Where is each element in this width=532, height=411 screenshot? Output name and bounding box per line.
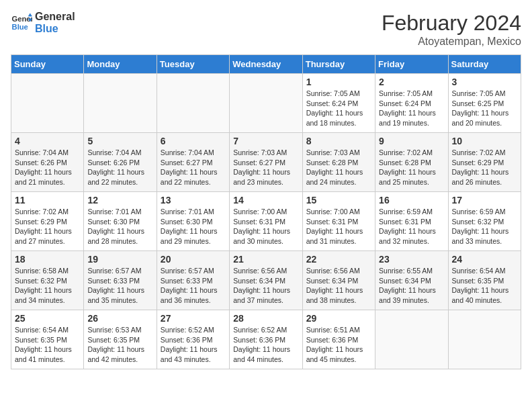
day-cell: 12Sunrise: 7:01 AMSunset: 6:30 PMDayligh… bbox=[84, 192, 157, 251]
day-info: Sunrise: 6:57 AMSunset: 6:33 PMDaylight:… bbox=[87, 266, 152, 306]
day-number: 7 bbox=[233, 136, 298, 146]
header-wednesday: Wednesday bbox=[230, 55, 302, 74]
day-number: 14 bbox=[233, 195, 298, 205]
day-cell: 17Sunrise: 6:59 AMSunset: 6:32 PMDayligh… bbox=[448, 192, 521, 251]
day-number: 13 bbox=[161, 195, 226, 205]
header-thursday: Thursday bbox=[302, 55, 375, 74]
day-cell: 8Sunrise: 7:03 AMSunset: 6:28 PMDaylight… bbox=[302, 133, 375, 192]
calendar-subtitle: Atoyatempan, Mexico bbox=[382, 36, 521, 48]
day-cell: 10Sunrise: 7:02 AMSunset: 6:29 PMDayligh… bbox=[448, 133, 521, 192]
day-info: Sunrise: 6:55 AMSunset: 6:34 PMDaylight:… bbox=[379, 266, 444, 306]
day-cell: 20Sunrise: 6:57 AMSunset: 6:33 PMDayligh… bbox=[157, 251, 229, 310]
day-cell: 26Sunrise: 6:53 AMSunset: 6:35 PMDayligh… bbox=[84, 310, 157, 369]
header-friday: Friday bbox=[375, 55, 448, 74]
day-number: 9 bbox=[379, 136, 444, 146]
day-info: Sunrise: 6:56 AMSunset: 6:34 PMDaylight:… bbox=[306, 266, 371, 306]
week-row-1: 1Sunrise: 7:05 AMSunset: 6:24 PMDaylight… bbox=[11, 74, 521, 133]
day-cell bbox=[230, 74, 302, 133]
day-info: Sunrise: 7:03 AMSunset: 6:27 PMDaylight:… bbox=[233, 148, 298, 187]
day-info: Sunrise: 6:57 AMSunset: 6:33 PMDaylight:… bbox=[161, 266, 226, 306]
logo-line2: Blue bbox=[35, 23, 75, 35]
day-number: 26 bbox=[87, 313, 152, 324]
day-cell: 24Sunrise: 6:54 AMSunset: 6:35 PMDayligh… bbox=[448, 251, 521, 310]
day-cell bbox=[375, 310, 448, 369]
day-cell: 14Sunrise: 7:00 AMSunset: 6:31 PMDayligh… bbox=[230, 192, 302, 251]
day-info: Sunrise: 6:58 AMSunset: 6:32 PMDaylight:… bbox=[15, 266, 80, 306]
day-info: Sunrise: 7:01 AMSunset: 6:30 PMDaylight:… bbox=[87, 207, 152, 246]
day-cell: 21Sunrise: 6:56 AMSunset: 6:34 PMDayligh… bbox=[230, 251, 302, 310]
day-cell: 11Sunrise: 7:02 AMSunset: 6:29 PMDayligh… bbox=[11, 192, 84, 251]
day-number: 12 bbox=[87, 195, 152, 205]
day-info: Sunrise: 6:54 AMSunset: 6:35 PMDaylight:… bbox=[15, 325, 80, 365]
day-cell bbox=[11, 74, 84, 133]
day-cell: 19Sunrise: 6:57 AMSunset: 6:33 PMDayligh… bbox=[84, 251, 157, 310]
day-number: 23 bbox=[379, 254, 444, 265]
day-cell: 23Sunrise: 6:55 AMSunset: 6:34 PMDayligh… bbox=[375, 251, 448, 310]
day-number: 8 bbox=[306, 136, 371, 146]
day-info: Sunrise: 6:53 AMSunset: 6:35 PMDaylight:… bbox=[87, 325, 152, 365]
day-number: 17 bbox=[452, 195, 517, 205]
day-info: Sunrise: 6:59 AMSunset: 6:32 PMDaylight:… bbox=[452, 207, 517, 246]
day-number: 10 bbox=[452, 136, 517, 146]
header-tuesday: Tuesday bbox=[157, 55, 229, 74]
day-info: Sunrise: 7:05 AMSunset: 6:25 PMDaylight:… bbox=[452, 89, 517, 128]
day-info: Sunrise: 7:04 AMSunset: 6:26 PMDaylight:… bbox=[87, 148, 152, 187]
svg-text:Blue: Blue bbox=[12, 23, 28, 31]
day-cell bbox=[157, 74, 229, 133]
day-cell: 3Sunrise: 7:05 AMSunset: 6:25 PMDaylight… bbox=[448, 74, 521, 133]
day-number: 16 bbox=[379, 195, 444, 205]
day-info: Sunrise: 7:02 AMSunset: 6:29 PMDaylight:… bbox=[15, 207, 80, 246]
day-cell: 25Sunrise: 6:54 AMSunset: 6:35 PMDayligh… bbox=[11, 310, 84, 369]
day-number: 19 bbox=[87, 254, 152, 265]
day-info: Sunrise: 7:04 AMSunset: 6:27 PMDaylight:… bbox=[161, 148, 226, 187]
header-row: SundayMondayTuesdayWednesdayThursdayFrid… bbox=[11, 55, 521, 74]
day-cell: 13Sunrise: 7:01 AMSunset: 6:30 PMDayligh… bbox=[157, 192, 229, 251]
calendar-title: February 2024 bbox=[382, 11, 521, 36]
day-cell: 2Sunrise: 7:05 AMSunset: 6:24 PMDaylight… bbox=[375, 74, 448, 133]
day-info: Sunrise: 6:56 AMSunset: 6:34 PMDaylight:… bbox=[233, 266, 298, 306]
day-number: 22 bbox=[306, 254, 371, 265]
calendar-table: SundayMondayTuesdayWednesdayThursdayFrid… bbox=[11, 54, 521, 369]
day-info: Sunrise: 7:00 AMSunset: 6:31 PMDaylight:… bbox=[233, 207, 298, 246]
day-info: Sunrise: 6:52 AMSunset: 6:36 PMDaylight:… bbox=[161, 325, 226, 365]
day-info: Sunrise: 7:00 AMSunset: 6:31 PMDaylight:… bbox=[306, 207, 371, 246]
day-number: 29 bbox=[306, 313, 371, 324]
day-info: Sunrise: 7:02 AMSunset: 6:29 PMDaylight:… bbox=[452, 148, 517, 187]
day-number: 24 bbox=[452, 254, 517, 265]
header-saturday: Saturday bbox=[448, 55, 521, 74]
day-info: Sunrise: 7:04 AMSunset: 6:26 PMDaylight:… bbox=[15, 148, 80, 187]
day-number: 15 bbox=[306, 195, 371, 205]
day-info: Sunrise: 7:05 AMSunset: 6:24 PMDaylight:… bbox=[306, 89, 371, 128]
day-cell: 1Sunrise: 7:05 AMSunset: 6:24 PMDaylight… bbox=[302, 74, 375, 133]
header-sunday: Sunday bbox=[11, 55, 84, 74]
day-cell bbox=[84, 74, 157, 133]
day-number: 1 bbox=[306, 77, 371, 87]
day-number: 21 bbox=[233, 254, 298, 265]
day-cell: 27Sunrise: 6:52 AMSunset: 6:36 PMDayligh… bbox=[157, 310, 229, 369]
title-block: February 2024 Atoyatempan, Mexico bbox=[382, 11, 521, 48]
day-info: Sunrise: 7:01 AMSunset: 6:30 PMDaylight:… bbox=[161, 207, 226, 246]
day-cell: 9Sunrise: 7:02 AMSunset: 6:28 PMDaylight… bbox=[375, 133, 448, 192]
day-cell bbox=[448, 310, 521, 369]
day-number: 27 bbox=[161, 313, 226, 324]
day-number: 2 bbox=[379, 77, 444, 87]
day-cell: 29Sunrise: 6:51 AMSunset: 6:36 PMDayligh… bbox=[302, 310, 375, 369]
day-number: 18 bbox=[15, 254, 80, 265]
logo-line1: General bbox=[35, 11, 75, 23]
day-number: 5 bbox=[87, 136, 152, 146]
day-number: 20 bbox=[161, 254, 226, 265]
day-number: 28 bbox=[233, 313, 298, 324]
week-row-5: 25Sunrise: 6:54 AMSunset: 6:35 PMDayligh… bbox=[11, 310, 521, 369]
day-info: Sunrise: 6:52 AMSunset: 6:36 PMDaylight:… bbox=[233, 325, 298, 365]
header-monday: Monday bbox=[84, 55, 157, 74]
day-number: 4 bbox=[15, 136, 80, 146]
logo-icon: General Blue bbox=[11, 12, 32, 34]
day-number: 11 bbox=[15, 195, 80, 205]
day-cell: 5Sunrise: 7:04 AMSunset: 6:26 PMDaylight… bbox=[84, 133, 157, 192]
page-header: General Blue General Blue February 2024 … bbox=[11, 11, 521, 48]
day-info: Sunrise: 7:05 AMSunset: 6:24 PMDaylight:… bbox=[379, 89, 444, 128]
day-info: Sunrise: 6:51 AMSunset: 6:36 PMDaylight:… bbox=[306, 325, 371, 365]
week-row-3: 11Sunrise: 7:02 AMSunset: 6:29 PMDayligh… bbox=[11, 192, 521, 251]
day-cell: 6Sunrise: 7:04 AMSunset: 6:27 PMDaylight… bbox=[157, 133, 229, 192]
week-row-2: 4Sunrise: 7:04 AMSunset: 6:26 PMDaylight… bbox=[11, 133, 521, 192]
